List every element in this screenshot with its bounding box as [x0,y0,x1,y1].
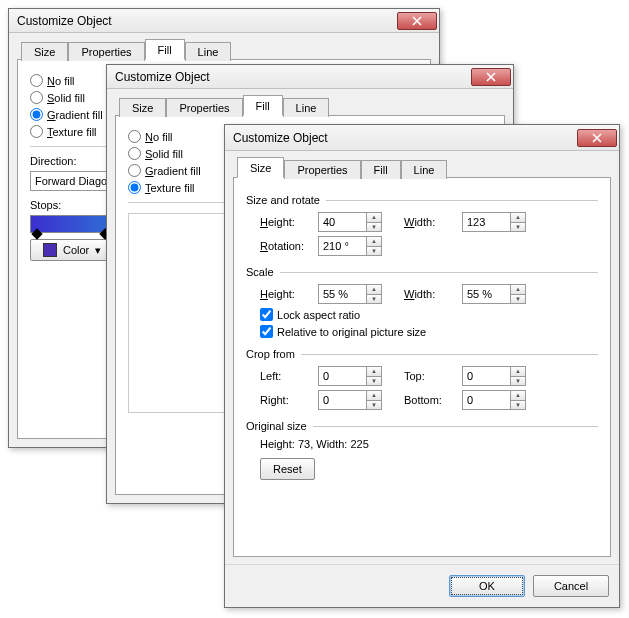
rotation-spinner[interactable]: ▲▼ [318,236,382,256]
close-button[interactable] [471,68,511,86]
tabstrip: Size Properties Fill Line [233,157,611,178]
crop-bottom-input[interactable] [462,390,510,410]
tab-size[interactable]: Size [119,98,166,117]
tab-line[interactable]: Line [401,160,448,179]
tab-properties[interactable]: Properties [166,98,242,117]
lock-aspect-checkbox[interactable]: Lock aspect ratio [260,308,598,321]
rotation-label: Rotation: [260,240,312,252]
height-input[interactable] [318,212,366,232]
group-size-rotate: Size and rotate Height: ▲▼ Width: ▲▼ Rot… [246,194,598,256]
scale-width-spinner[interactable]: ▲▼ [462,284,526,304]
spin-up-icon[interactable]: ▲ [366,390,382,400]
spin-down-icon[interactable]: ▼ [366,222,382,233]
tab-line[interactable]: Line [185,42,232,61]
crop-top-spinner[interactable]: ▲▼ [462,366,526,386]
scale-height-input[interactable] [318,284,366,304]
spin-down-icon[interactable]: ▼ [510,376,526,387]
spin-down-icon[interactable]: ▼ [366,246,382,257]
crop-left-label: Left: [260,370,312,382]
width-label: Width: [404,216,456,228]
checkbox-input[interactable] [260,308,273,321]
tab-fill[interactable]: Fill [243,95,283,116]
scale-height-spinner[interactable]: ▲▼ [318,284,382,304]
crop-top-input[interactable] [462,366,510,386]
group-crop: Crop from Left: ▲▼ Top: ▲▼ Right: ▲▼ Bot… [246,348,598,410]
titlebar[interactable]: Customize Object [107,65,513,89]
titlebar[interactable]: Customize Object [225,125,619,151]
cancel-button[interactable]: Cancel [533,575,609,597]
spin-down-icon[interactable]: ▼ [366,294,382,305]
original-size-text: Height: 73, Width: 225 [260,438,598,450]
relative-size-checkbox[interactable]: Relative to original picture size [260,325,598,338]
dialog-title: Customize Object [233,131,577,145]
radio-input[interactable] [30,91,43,104]
spin-up-icon[interactable]: ▲ [510,390,526,400]
ok-button[interactable]: OK [449,575,525,597]
tab-panel-size: Size and rotate Height: ▲▼ Width: ▲▼ Rot… [233,177,611,557]
crop-bottom-label: Bottom: [404,394,456,406]
close-button[interactable] [577,129,617,147]
color-button[interactable]: Color ▾ [30,239,114,261]
dialog-footer: OK Cancel [225,564,619,607]
spin-down-icon[interactable]: ▼ [510,400,526,411]
scale-height-label: Height: [260,288,312,300]
radio-input[interactable] [30,108,43,121]
radio-input[interactable] [128,147,141,160]
spin-up-icon[interactable]: ▲ [510,212,526,222]
tab-size[interactable]: Size [237,157,284,178]
spin-down-icon[interactable]: ▼ [510,222,526,233]
close-icon [592,133,602,143]
checkbox-input[interactable] [260,325,273,338]
dialog-customize-3: Customize Object Size Properties Fill Li… [224,124,620,608]
crop-left-input[interactable] [318,366,366,386]
titlebar[interactable]: Customize Object [9,9,439,33]
tabstrip: Size Properties Fill Line [17,39,431,60]
chevron-down-icon: ▾ [95,244,101,257]
tab-fill[interactable]: Fill [145,39,185,60]
gradient-stop-marker[interactable] [31,228,42,239]
width-input[interactable] [462,212,510,232]
tab-fill[interactable]: Fill [361,160,401,179]
tab-line[interactable]: Line [283,98,330,117]
radio-input[interactable] [30,125,43,138]
group-scale: Scale Height: ▲▼ Width: ▲▼ Lock aspect r… [246,266,598,338]
tabstrip: Size Properties Fill Line [115,95,505,116]
close-icon [412,16,422,26]
crop-top-label: Top: [404,370,456,382]
color-swatch [43,243,57,257]
tab-properties[interactable]: Properties [68,42,144,61]
crop-right-spinner[interactable]: ▲▼ [318,390,382,410]
height-spinner[interactable]: ▲▼ [318,212,382,232]
tab-size[interactable]: Size [21,42,68,61]
dialog-title: Customize Object [115,70,471,84]
crop-right-label: Right: [260,394,312,406]
radio-input[interactable] [30,74,43,87]
spin-up-icon[interactable]: ▲ [510,284,526,294]
group-original-size: Original size Height: 73, Width: 225 Res… [246,420,598,480]
scale-width-input[interactable] [462,284,510,304]
close-icon [486,72,496,82]
dialog-title: Customize Object [17,14,397,28]
height-label: Height: [260,216,312,228]
spin-down-icon[interactable]: ▼ [366,400,382,411]
radio-input[interactable] [128,164,141,177]
crop-left-spinner[interactable]: ▲▼ [318,366,382,386]
spin-up-icon[interactable]: ▲ [510,366,526,376]
crop-bottom-spinner[interactable]: ▲▼ [462,390,526,410]
radio-input[interactable] [128,130,141,143]
spin-up-icon[interactable]: ▲ [366,366,382,376]
spin-up-icon[interactable]: ▲ [366,236,382,246]
spin-down-icon[interactable]: ▼ [510,294,526,305]
spin-up-icon[interactable]: ▲ [366,212,382,222]
crop-right-input[interactable] [318,390,366,410]
width-spinner[interactable]: ▲▼ [462,212,526,232]
reset-button[interactable]: Reset [260,458,315,480]
tab-properties[interactable]: Properties [284,160,360,179]
rotation-input[interactable] [318,236,366,256]
spin-down-icon[interactable]: ▼ [366,376,382,387]
scale-width-label: Width: [404,288,456,300]
radio-input[interactable] [128,181,141,194]
close-button[interactable] [397,12,437,30]
spin-up-icon[interactable]: ▲ [366,284,382,294]
